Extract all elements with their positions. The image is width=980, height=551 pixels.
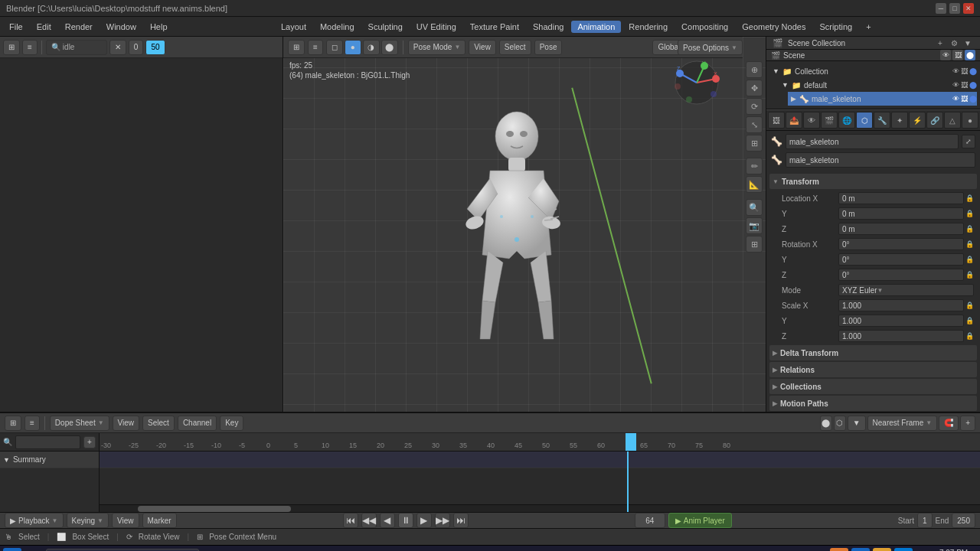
particles-props-btn[interactable]: ✦ [891,112,908,129]
tree-item-collection[interactable]: ▼ 📁 Collection 👁 🖼 ⬤ [769,64,977,78]
pb-view-btn[interactable]: View [112,513,139,528]
viewport-tool-move[interactable]: ✥ [746,80,763,96]
menu-layout[interactable]: Layout [275,21,312,33]
rotation-y-lock[interactable]: 🔒 [965,256,974,263]
menu-animation[interactable]: Animation [571,21,621,33]
jump-start-btn[interactable]: ⏮ [343,513,358,528]
start-frame-field[interactable]: 1 [917,513,933,528]
world-props-btn[interactable]: 🌐 [838,112,855,129]
skel-render[interactable]: 🖼 [961,95,968,103]
menu-scripting[interactable]: Scripting [813,21,858,33]
menu-window[interactable]: Window [100,21,142,33]
menu-geometry-nodes[interactable]: Geometry Nodes [736,21,812,33]
view-menu-btn[interactable]: View [469,40,496,55]
anim-player-btn[interactable]: ▶ Anim Player [668,513,732,528]
default-dot[interactable]: ⬤ [969,81,977,89]
menu-help[interactable]: Help [144,21,174,33]
solid-btn[interactable]: ● [345,40,361,55]
timeline-content[interactable] [100,452,980,512]
editor-type-btn[interactable]: ⊞ [3,40,20,55]
store-taskbar-icon[interactable]: 🛍 [894,548,913,552]
render-props-btn[interactable]: 🖼 [768,112,785,129]
ds-search-input[interactable] [15,435,80,449]
scale-y-lock[interactable]: 🔒 [965,317,974,324]
new-scene-btn[interactable]: + [934,37,946,49]
timeline-scrollbar[interactable] [100,504,980,512]
scale-x-lock[interactable]: 🔒 [965,302,974,309]
task-view-btn[interactable]: ☰ [208,548,227,552]
scale-z-lock[interactable]: 🔒 [965,332,974,340]
motion-paths-header[interactable]: ▶ Motion Paths [769,396,977,411]
delta-transform-header[interactable]: ▶ Delta Transform [769,345,977,360]
editor-type-btn[interactable]: ⊞ [288,40,305,55]
output-props-btn[interactable]: 📤 [786,112,802,129]
data-props-btn[interactable]: △ [944,112,961,129]
scale-x-field[interactable]: 1.000 [838,299,964,311]
viewport-tool-rotate[interactable]: ⟳ [746,98,763,115]
viewport-3d[interactable]: ⊞ ≡ ◻ ● ◑ ⬤ Pose Mode ▼ View Select Pose [283,37,766,412]
physics-props-btn[interactable]: ⚡ [909,112,926,129]
menu-btn[interactable]: ≡ [22,40,38,55]
tree-item-default[interactable]: ▼ 📁 default 👁 🖼 ⬤ [779,78,977,92]
dopesheet-timeline[interactable]: -30 -25 -20 -15 -10 -5 0 5 10 15 20 25 3… [100,433,980,512]
maximize-button[interactable]: □ [949,3,960,14]
track-summary[interactable]: ▼ Summary [0,452,99,468]
location-y-field[interactable]: 0 m [838,207,964,220]
rendered-btn[interactable]: ⬤ [381,40,398,55]
taskbar-search-bar[interactable]: Digite aqui para pesquisar [46,549,199,552]
collections-header[interactable]: ▶ Collections [769,379,977,394]
object-props-btn[interactable]: ⬡ [856,112,873,129]
ds-mode-btn[interactable]: ⬤ [820,416,832,431]
menu-modeling[interactable]: Modeling [314,21,361,33]
browser-taskbar-icon[interactable]: 🌐 [851,548,870,552]
pb-marker-btn[interactable]: Marker [142,513,177,528]
start-button[interactable]: ⊞ [3,548,21,552]
explorer-taskbar-icon[interactable]: 📁 [873,548,891,552]
menu-render[interactable]: Render [59,21,99,33]
ds-editor-type[interactable]: ⊞ [5,416,21,431]
constraints-props-btn[interactable]: 🔗 [926,112,943,129]
viewport-tool-cursor[interactable]: ⊕ [746,61,763,78]
rotation-y-field[interactable]: 0° [838,253,964,266]
clear-search[interactable]: ✕ [109,40,126,55]
modifier-props-btn[interactable]: 🔧 [874,112,890,129]
select-menu-btn[interactable]: Select [499,40,531,55]
filter-btn[interactable]: ▼ [962,37,974,49]
scale-z-field[interactable]: 1.000 [838,330,964,342]
object-name-field[interactable]: male_skeleton [786,134,959,149]
play-btn[interactable]: ▶ [416,513,432,528]
viewport-camera[interactable]: 📷 [746,217,763,234]
ds-channel-btn[interactable]: Channel [178,416,217,431]
default-eye[interactable]: 👁 [952,81,959,89]
pose-menu-btn[interactable]: Pose [534,40,563,55]
current-frame-field[interactable]: 64 [635,513,665,528]
scene-props-btn[interactable]: ⚙ [948,37,960,49]
frame-num[interactable]: 0 [129,40,144,55]
menu-compositing[interactable]: Compositing [675,21,734,33]
eye-icon[interactable]: 👁 [940,50,951,60]
stop-btn[interactable]: ⏸ [398,513,413,528]
ds-filter-btn[interactable]: ▼ [848,416,866,431]
menu-sculpting[interactable]: Sculpting [362,21,409,33]
active-icon[interactable]: ⬤ [965,50,975,60]
view-layer-props-btn[interactable]: 👁 [803,112,820,129]
pose-mode-btn[interactable]: Pose Mode ▼ [408,40,466,55]
menu-shading[interactable]: Shading [527,21,570,33]
skel-dot[interactable]: ⬤ [969,95,977,103]
menu-file[interactable]: File [3,21,29,33]
rotation-x-lock[interactable]: 🔒 [965,240,974,248]
location-x-lock[interactable]: 🔒 [965,194,974,202]
menu-texture-paint[interactable]: Texture Paint [464,21,525,33]
gizmo[interactable]: X Y Z [674,60,720,106]
viewport-tool-transform[interactable]: ⊞ [746,135,763,152]
ds-view-btn[interactable]: View [113,416,140,431]
ds-mode-btn2[interactable]: ⬡ [834,416,846,431]
keying-btn[interactable]: Keying ▼ [67,513,109,528]
frame-end[interactable]: 50 [145,40,165,55]
ds-add-btn[interactable]: + [960,416,975,431]
skel-eye[interactable]: 👁 [952,95,959,103]
step-forward-btn[interactable]: ▶▶ [435,513,450,528]
viewport-tool-annotate[interactable]: ✏ [746,158,763,174]
material-props-btn[interactable]: ● [962,112,978,129]
viewport-grid[interactable]: ⊞ [746,236,763,253]
